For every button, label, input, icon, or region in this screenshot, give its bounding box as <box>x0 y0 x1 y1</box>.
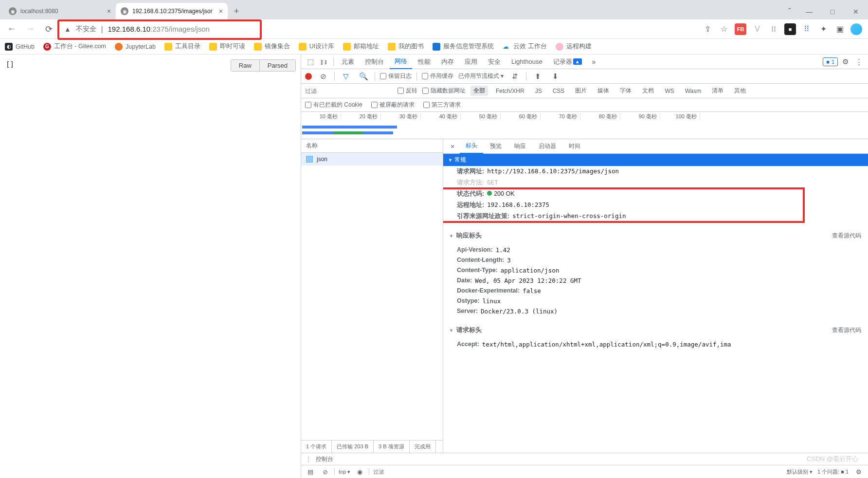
detail-tab-timing[interactable]: 时间 <box>563 139 586 154</box>
bookmark-mail[interactable]: 邮箱地址 <box>343 42 379 51</box>
device-toggle-icon[interactable]: ⫿⫾ <box>318 55 330 68</box>
tab-network[interactable]: 网络 <box>390 55 412 69</box>
close-details-button[interactable]: × <box>446 143 459 150</box>
view-source-link[interactable]: 查看源代码 <box>832 232 868 240</box>
close-icon[interactable]: × <box>107 7 111 15</box>
filter-chip-media[interactable]: 媒体 <box>595 86 612 96</box>
detail-tab-initiator[interactable]: 启动器 <box>533 139 562 154</box>
tab-console[interactable]: 控制台 <box>360 55 389 69</box>
close-window-button[interactable]: ✕ <box>845 4 867 19</box>
log-level-select[interactable]: 默认级别 ▾ <box>787 468 813 476</box>
search-icon[interactable]: 🔍 <box>357 70 370 83</box>
bookmark-tools[interactable]: 工具目录 <box>164 42 200 51</box>
preserve-log-checkbox[interactable]: 保留日志 <box>380 72 412 80</box>
extension-v-icon[interactable]: Ⅴ <box>751 23 763 35</box>
translate-icon[interactable]: ⠿ <box>801 23 813 35</box>
detail-tab-preview[interactable]: 预览 <box>484 139 507 154</box>
side-panel-icon[interactable]: ▣ <box>834 23 846 35</box>
maximize-button[interactable]: □ <box>821 4 844 19</box>
live-expression-icon[interactable]: ◉ <box>354 465 365 478</box>
close-icon[interactable]: × <box>219 7 223 15</box>
extension-fb-icon[interactable]: FB <box>735 23 746 35</box>
more-menu-icon[interactable]: ⋮ <box>852 55 865 68</box>
inspect-element-icon[interactable]: ⬚ <box>304 55 317 68</box>
third-party-checkbox[interactable]: 第三方请求 <box>423 101 461 109</box>
bookmark-cloud[interactable]: ☁云效 工作台 <box>503 42 546 51</box>
omnibox[interactable]: ▲ 不安全 | 192.168.6.10:2375/images/json <box>59 22 699 37</box>
clear-console-icon[interactable]: ⊘ <box>320 465 330 478</box>
bookmark-build[interactable]: 远程构建 <box>556 42 592 51</box>
profile-avatar[interactable] <box>850 23 862 35</box>
console-settings-icon[interactable]: ⚙ <box>853 465 864 478</box>
browser-tab-active[interactable]: ◉ 192.168.6.10:2375/images/jsor × <box>116 3 228 19</box>
tab-memory[interactable]: 内存 <box>436 55 459 69</box>
filter-chip-css[interactable]: CSS <box>550 87 568 95</box>
tab-recorder[interactable]: 记录器▲ <box>548 55 587 69</box>
section-general[interactable]: ▼常规 <box>443 154 868 166</box>
tab-security[interactable]: 安全 <box>483 55 506 69</box>
disable-cache-checkbox[interactable]: 停用缓存 <box>422 72 453 80</box>
section-request-headers[interactable]: ▼请求标头 查看源代码 <box>443 321 868 339</box>
drag-handle-icon[interactable]: ⋮ <box>305 455 312 463</box>
extension-black-icon[interactable]: ■ <box>784 23 796 35</box>
extensions-puzzle-icon[interactable]: ✦ <box>817 23 829 35</box>
tab-application[interactable]: 应用 <box>460 55 482 69</box>
filter-chip-other[interactable]: 其他 <box>731 86 749 96</box>
filter-chip-wasm[interactable]: Wasm <box>682 87 705 95</box>
filter-input[interactable] <box>305 88 393 94</box>
bookmark-service[interactable]: 服务信息管理系统 <box>433 42 494 51</box>
filter-chip-js[interactable]: JS <box>532 87 545 95</box>
section-response-headers[interactable]: ▼响应标头 查看源代码 <box>443 227 868 245</box>
share-icon[interactable]: ⇪ <box>702 23 713 35</box>
tab-performance[interactable]: 性能 <box>413 55 435 69</box>
console-sidebar-icon[interactable]: ▤ <box>305 465 316 478</box>
throttling-select[interactable]: 已停用节流模式 ▾ <box>458 72 504 80</box>
filter-chip-doc[interactable]: 文档 <box>639 86 657 96</box>
upload-har-icon[interactable]: ⬆ <box>531 70 544 83</box>
bookmark-jupyterlab[interactable]: JupyterLab <box>115 43 156 51</box>
console-context-select[interactable]: top ▾ <box>339 469 350 475</box>
browser-tab-inactive[interactable]: ◉ localhost:8080 × <box>4 3 116 19</box>
request-item-json[interactable]: json <box>301 153 443 165</box>
tab-elements[interactable]: 元素 <box>337 55 359 69</box>
bookmark-read[interactable]: 即时可读 <box>209 42 245 51</box>
network-timeline[interactable]: 10 毫秒 20 毫秒 30 毫秒 40 毫秒 50 毫秒 60 毫秒 70 毫… <box>301 112 868 139</box>
tab-lighthouse[interactable]: Lighthouse <box>506 55 547 69</box>
detail-tab-response[interactable]: 响应 <box>508 139 532 154</box>
parsed-button[interactable]: Parsed <box>259 60 295 71</box>
filter-chip-img[interactable]: 图片 <box>572 86 590 96</box>
download-har-icon[interactable]: ⬇ <box>549 70 561 83</box>
blocked-cookies-checkbox[interactable]: 有已拦截的 Cookie <box>305 101 362 109</box>
extension-dots-icon[interactable]: ⁝⁝ <box>768 23 779 35</box>
clear-icon[interactable]: ⊘ <box>317 70 329 83</box>
detail-tab-headers[interactable]: 标头 <box>460 139 483 154</box>
more-tabs-icon[interactable]: » <box>588 55 600 68</box>
network-conditions-icon[interactable]: ⇵ <box>508 70 521 83</box>
filter-chip-all[interactable]: 全部 <box>470 86 488 96</box>
bookmark-books[interactable]: 我的图书 <box>388 42 424 51</box>
settings-gear-icon[interactable]: ⚙ <box>839 55 851 68</box>
bookmark-mirror[interactable]: 镜像集合 <box>254 42 290 51</box>
filter-chip-font[interactable]: 字体 <box>617 86 634 96</box>
issues-badge[interactable]: ■ 1 <box>823 57 838 66</box>
raw-button[interactable]: Raw <box>231 60 259 71</box>
filter-chip-ws[interactable]: WS <box>662 87 677 95</box>
bookmark-gitee[interactable]: G工作台 - Gitee.com <box>43 42 106 51</box>
invert-checkbox[interactable]: 反转 <box>398 87 417 95</box>
hide-data-urls-checkbox[interactable]: 隐藏数据网址 <box>422 87 466 95</box>
record-button[interactable] <box>305 73 312 80</box>
blocked-requests-checkbox[interactable]: 被屏蔽的请求 <box>371 101 415 109</box>
bookmark-ui[interactable]: UI设计库 <box>299 42 335 51</box>
view-source-link[interactable]: 查看源代码 <box>832 326 868 334</box>
chevron-down-icon[interactable]: ˇ <box>782 4 797 19</box>
bookmark-github[interactable]: ◐GitHub <box>5 43 35 51</box>
reload-button[interactable]: ⟳ <box>41 21 56 37</box>
back-button[interactable]: ← <box>4 21 19 37</box>
filter-chip-fetch[interactable]: Fetch/XHR <box>493 87 527 95</box>
filter-funnel-icon[interactable]: ▽ <box>340 70 352 83</box>
request-list-header[interactable]: 名称 <box>301 139 443 153</box>
bookmark-star-icon[interactable]: ☆ <box>718 23 730 35</box>
minimize-button[interactable]: — <box>798 4 820 19</box>
new-tab-button[interactable]: + <box>230 4 243 18</box>
console-issues-link[interactable]: 1 个问题: ■ 1 <box>817 468 849 476</box>
